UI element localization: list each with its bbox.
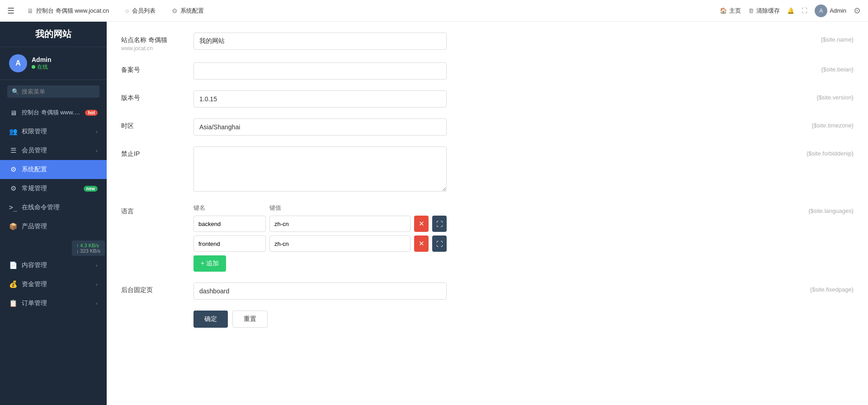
- members-arrow-icon: ‹: [96, 148, 98, 153]
- status-dot-icon: [32, 65, 35, 69]
- sidebar-item-orders[interactable]: 📋 订单管理 ‹: [0, 294, 107, 313]
- form-control-version: [193, 90, 447, 108]
- access-arrow-icon: ‹: [96, 129, 98, 134]
- topnav-members[interactable]: ○ 会员列表: [122, 5, 159, 17]
- topnav-members-label: 会员列表: [132, 7, 156, 15]
- beian-input[interactable]: [193, 62, 447, 80]
- topnav-sysconfig[interactable]: ⚙ 系统配置: [168, 5, 208, 17]
- trash-icon: 🗑: [748, 7, 754, 14]
- sidebar-item-general[interactable]: ⚙ 常规管理 new: [0, 179, 107, 198]
- badge-new: new: [84, 186, 98, 192]
- sidebar-item-sysconfig-label: 系统配置: [22, 165, 47, 174]
- topnav-settings-icon[interactable]: ⚙: [854, 6, 861, 16]
- lang-val-input-0[interactable]: [269, 216, 410, 232]
- speed-tooltip: ↑ 4.3 KB/s ↓ 323 KB/s: [72, 240, 105, 256]
- language-hint: {$site.languages}: [808, 207, 854, 214]
- sitename-label-sub: www.jocat.cn: [121, 45, 193, 52]
- lang-val-input-1[interactable]: [269, 235, 410, 252]
- search-input[interactable]: [22, 88, 95, 95]
- lang-val-header: 键值: [269, 204, 447, 212]
- lang-move-btn-0[interactable]: ⛶: [432, 216, 447, 232]
- topnav-fullscreen[interactable]: ⛶: [802, 7, 807, 14]
- command-menu-icon: >_: [9, 203, 17, 212]
- form-row-fixed-page: 后台固定页 {$site.fixedpage}: [121, 283, 854, 300]
- menu-toggle-icon[interactable]: ☰: [7, 6, 14, 16]
- lang-row-1: ✕ ⛶: [193, 235, 447, 252]
- sidebar-avatar: A: [9, 54, 27, 72]
- lang-delete-btn-1[interactable]: ✕: [414, 235, 429, 252]
- lang-key-input-0[interactable]: [193, 216, 266, 232]
- topnav-notification[interactable]: 🔔: [787, 7, 794, 14]
- form-control-timezone: [193, 118, 447, 136]
- topnav: ☰ 🖥 控制台 奇偶猫 www.jocat.cn ○ 会员列表 ⚙ 系统配置 🏠…: [0, 0, 868, 22]
- form-row-forbidden-ip: 禁止IP {$site.forbiddenip}: [121, 146, 854, 193]
- sidebar-status: 在线: [32, 63, 52, 71]
- sidebar-user: A Admin 在线: [0, 47, 107, 80]
- form-row-sitename: 站点名称 奇偶猫 www.jocat.cn {$site.name}: [121, 33, 854, 52]
- products-menu-icon: 📦: [9, 222, 17, 231]
- forbidden-ip-textarea[interactable]: [193, 146, 447, 192]
- lang-key-input-1[interactable]: [193, 235, 266, 252]
- main-layout: 我的网站 A Admin 在线 🔍 🖥 控制台 奇偶猫 www.joc...: [0, 22, 868, 405]
- content-menu-icon: 📄: [9, 261, 17, 269]
- topnav-dashboard[interactable]: 🖥 控制台 奇偶猫 www.jocat.cn: [24, 5, 113, 17]
- sidebar-item-members-label: 会员管理: [22, 146, 47, 155]
- topnav-left: ☰ 🖥 控制台 奇偶猫 www.jocat.cn ○ 会员列表 ⚙ 系统配置: [7, 5, 208, 17]
- content-area: 站点名称 奇偶猫 www.jocat.cn {$site.name} 备案号 {…: [107, 22, 868, 405]
- timezone-input[interactable]: [193, 118, 447, 136]
- finance-menu-icon: 💰: [9, 280, 17, 288]
- reset-button[interactable]: 重置: [232, 311, 268, 328]
- lang-key-header: 键名: [193, 204, 266, 212]
- avatar-text: A: [15, 59, 21, 67]
- sidebar-menu: 🖥 控制台 奇偶猫 www.joc... hot 👥 权限管理 ‹ ☰ 会员管理…: [0, 103, 107, 405]
- dashboard-icon: 🖥: [27, 7, 33, 14]
- sysconfig-icon: ⚙: [172, 7, 178, 14]
- topnav-admin-user[interactable]: A Admin: [815, 5, 846, 17]
- form-row-timezone: 时区 {$site.timezone}: [121, 118, 854, 136]
- sidebar-item-command[interactable]: >_ 在线命令管理: [0, 198, 107, 217]
- sidebar-item-sysconfig[interactable]: ⚙ 系统配置: [0, 160, 107, 179]
- beian-hint: {$site.beian}: [821, 66, 854, 73]
- topnav-clear-cache-label: 清除缓存: [756, 7, 780, 15]
- sidebar-item-access[interactable]: 👥 权限管理 ‹: [0, 122, 107, 141]
- topnav-clear-cache[interactable]: 🗑 清除缓存: [748, 7, 780, 15]
- sidebar-item-content[interactable]: 📄 内容管理 ‹: [0, 256, 107, 275]
- topnav-sysconfig-label: 系统配置: [180, 7, 204, 15]
- version-hint: {$site.version}: [816, 94, 854, 101]
- confirm-button-label: 确定: [204, 315, 217, 322]
- form-label-version: 版本号: [121, 90, 193, 102]
- form-control-forbidden-ip: [193, 146, 447, 193]
- sidebar-item-orders-label: 订单管理: [22, 299, 47, 307]
- version-input[interactable]: [193, 90, 447, 108]
- sidebar-item-dashboard[interactable]: 🖥 控制台 奇偶猫 www.joc... hot: [0, 103, 107, 122]
- topnav-home[interactable]: 🏠 主页: [720, 7, 741, 15]
- site-title: 我的网站: [35, 28, 71, 40]
- lang-move-btn-1[interactable]: ⛶: [432, 235, 447, 252]
- topnav-avatar: A: [815, 5, 827, 17]
- sysconfig-menu-icon: ⚙: [9, 165, 17, 174]
- sidebar-item-members[interactable]: ☰ 会员管理 ‹: [0, 141, 107, 160]
- sidebar-user-info: Admin 在线: [32, 56, 52, 71]
- sidebar-item-content-label: 内容管理: [22, 261, 47, 269]
- lang-add-button[interactable]: + 追加: [193, 255, 226, 272]
- add-button-label: + 追加: [201, 259, 219, 268]
- sidebar-search-bar[interactable]: 🔍: [7, 85, 99, 98]
- fixed-page-input[interactable]: [193, 283, 447, 300]
- sidebar-item-access-label: 权限管理: [22, 127, 47, 136]
- confirm-button[interactable]: 确定: [193, 311, 228, 328]
- sidebar: 我的网站 A Admin 在线 🔍 🖥 控制台 奇偶猫 www.joc...: [0, 22, 107, 405]
- topnav-admin-label: Admin: [830, 7, 846, 14]
- form-label-language: 语言: [121, 204, 193, 216]
- sidebar-item-dashboard-label: 控制台 奇偶猫 www.joc...: [22, 108, 80, 117]
- sitename-input[interactable]: [193, 33, 447, 50]
- access-menu-icon: 👥: [9, 127, 17, 136]
- form-control-language: 键名 键值 ✕ ⛶: [193, 204, 447, 272]
- form-label-forbidden-ip: 禁止IP: [121, 146, 193, 158]
- fullscreen-icon: ⛶: [802, 7, 807, 14]
- forbidden-ip-hint: {$site.forbiddenip}: [807, 150, 854, 157]
- search-icon: 🔍: [12, 88, 19, 95]
- lang-delete-btn-0[interactable]: ✕: [414, 216, 429, 232]
- sidebar-item-finance[interactable]: 💰 资金管理 ‹: [0, 275, 107, 294]
- orders-arrow-icon: ‹: [96, 301, 98, 306]
- sidebar-item-products[interactable]: 📦 产品管理 ↑ 4.3 KB/s ↓ 323 KB/s: [0, 217, 107, 236]
